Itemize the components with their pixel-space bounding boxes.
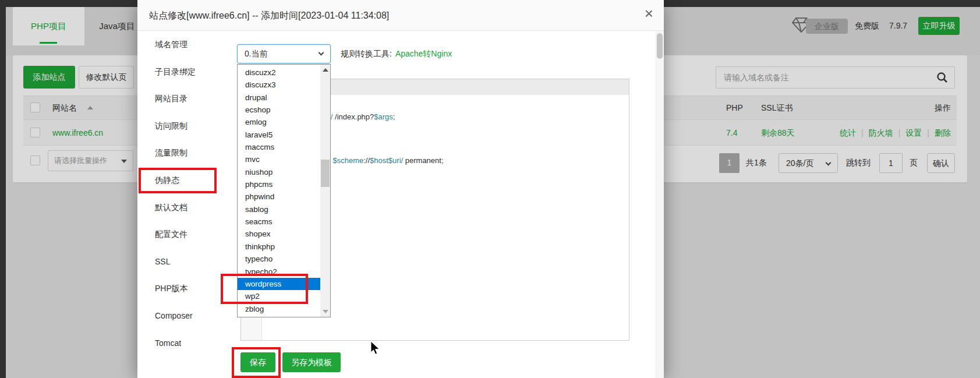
modal-menu-item[interactable]: 网站目录	[137, 85, 219, 112]
dropdown-scrollbar-thumb[interactable]	[321, 160, 330, 187]
apache-to-nginx-link[interactable]: Apache转Nginx	[395, 49, 452, 58]
template-option[interactable]: laravel5	[238, 129, 320, 141]
template-option[interactable]: drupal	[238, 91, 320, 104]
modal-menu-item[interactable]: Composer	[137, 302, 219, 330]
template-option[interactable]: typecho	[238, 253, 320, 265]
modal-scrollbar[interactable]	[656, 31, 664, 378]
template-option[interactable]: mvc	[238, 153, 320, 165]
template-option[interactable]: discuzx3	[238, 79, 320, 91]
modal-menu-item[interactable]: 子目录绑定	[137, 58, 219, 86]
template-option[interactable]: shopex	[238, 228, 320, 240]
chevron-down-icon	[319, 50, 324, 56]
template-option[interactable]: discuzx2	[238, 66, 320, 79]
rewrite-template-select[interactable]: 0.当前	[237, 44, 331, 63]
modal-menu-item[interactable]: PHP版本	[137, 275, 219, 302]
modal-menu-item[interactable]: Tomcat	[137, 330, 219, 357]
annotation-box-pseudo-static	[139, 168, 217, 193]
scroll-down-icon[interactable]	[323, 310, 328, 313]
template-option[interactable]: zblog	[238, 303, 320, 315]
screen: PHP项目 Java项目 企业版 免费版 7.9.7 立即升级 添加站点 修改默…	[0, 0, 980, 378]
modal-menu-item[interactable]: 默认文档	[137, 194, 219, 221]
template-option[interactable]: phpcms	[238, 178, 320, 190]
modal-header: 站点修改[www.ifree6.cn] -- 添加时间[2023-01-04 1…	[137, 0, 664, 31]
template-option[interactable]: phpwind	[238, 190, 320, 203]
modal-menu: 域名管理子目录绑定网站目录访问限制流量限制伪静态默认文档配置文件SSLPHP版本…	[137, 31, 219, 356]
scroll-up-icon[interactable]	[323, 68, 328, 72]
modal-menu-item[interactable]: 域名管理	[137, 31, 219, 58]
modal-menu-item[interactable]: 配置文件	[137, 221, 219, 248]
template-option[interactable]: thinkphp	[238, 241, 320, 253]
modal-scrollbar-thumb[interactable]	[657, 33, 663, 59]
rule-tool-row: 规则转换工具:Apache转Nginx	[341, 49, 452, 59]
rule-tool-label: 规则转换工具:	[341, 49, 392, 58]
annotation-box-save-button	[232, 347, 281, 378]
save-as-template-button[interactable]: 另存为模板	[282, 352, 341, 372]
modal-title: 站点修改[www.ifree6.cn] -- 添加时间[2023-01-04 1…	[149, 0, 389, 31]
template-option[interactable]: sablog	[238, 203, 320, 216]
template-option[interactable]: maccms	[238, 141, 320, 153]
rewrite-template-value: 0.当前	[245, 49, 268, 58]
close-icon[interactable]: ×	[645, 5, 653, 23]
template-option[interactable]: ecshop	[238, 104, 320, 116]
modal-menu-item[interactable]: 访问限制	[137, 112, 219, 140]
template-option[interactable]: niushop	[238, 166, 320, 178]
template-option[interactable]: emlog	[238, 116, 320, 128]
template-option[interactable]: seacms	[238, 216, 320, 228]
mouse-cursor	[370, 341, 381, 355]
modal-menu-item[interactable]: 流量限制	[137, 139, 219, 167]
annotation-box-wordpress-option	[221, 274, 308, 304]
dropdown-scrollbar[interactable]	[320, 65, 330, 317]
modal-menu-item[interactable]: SSL	[137, 248, 219, 275]
